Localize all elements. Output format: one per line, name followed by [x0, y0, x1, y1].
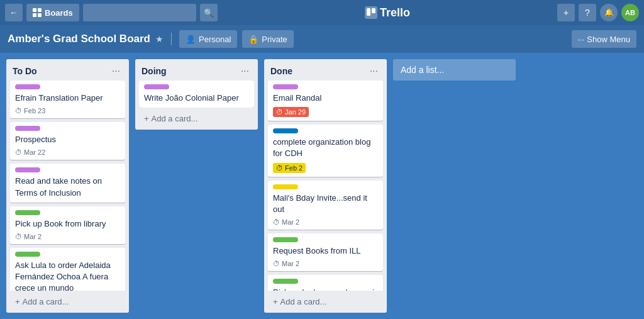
card-meta: ⏱ Jan 29	[273, 107, 378, 117]
card-title: Request Books from ILL	[273, 245, 378, 257]
card-title: Mali's Bday Invite...send it out	[273, 193, 378, 215]
card-title: Write João Colonial Paper	[144, 92, 249, 104]
card-meta: ⏱ Mar 22	[15, 148, 120, 156]
card-label	[15, 252, 40, 257]
list-menu-button-doing[interactable]: ···	[238, 64, 252, 78]
board-title: Amber's Grad School Board	[8, 33, 150, 45]
card[interactable]: Prospectus⏱ Mar 22	[10, 122, 125, 160]
card-label	[273, 279, 298, 284]
board-area: To Do···Efrain Translation Paper⏱ Feb 23…	[0, 53, 644, 319]
card-label	[15, 126, 40, 131]
header-right: + ? 🔔 AB	[557, 4, 639, 21]
add-card-button-doing[interactable]: + Add a card...	[138, 110, 255, 127]
trello-logo-text: Trello	[380, 6, 410, 20]
list-menu-button-done[interactable]: ···	[367, 64, 380, 78]
boards-button[interactable]: Boards	[26, 4, 79, 21]
card[interactable]: Mali's Bday Invite...send it out⏱ Mar 2	[268, 181, 383, 230]
sub-header: Amber's Grad School Board ★ 👤 Personal 🔒…	[0, 25, 644, 53]
svg-rect-1	[38, 8, 42, 12]
card-meta: ⏱ Feb 23	[15, 107, 120, 115]
svg-rect-2	[33, 13, 36, 17]
card-meta: ⏱ Feb 2	[273, 163, 378, 173]
list-title-doing: Doing	[142, 66, 167, 76]
svg-rect-0	[33, 8, 36, 12]
grid-icon	[33, 8, 42, 17]
add-button[interactable]: +	[557, 4, 575, 21]
info-button[interactable]: ?	[579, 4, 596, 21]
card-title: Read and take notes on Terms of Inclusio…	[15, 176, 120, 198]
card-date: ⏱ Mar 2	[273, 218, 299, 226]
add-list-button[interactable]: Add a list...	[393, 59, 516, 81]
card[interactable]: Efrain Translation Paper⏱ Feb 23	[10, 81, 125, 118]
list-menu-button-todo[interactable]: ···	[109, 64, 123, 78]
lock-icon: 🔒	[248, 35, 258, 44]
svg-rect-5	[367, 8, 370, 16]
sub-divider	[171, 33, 172, 45]
search-icon-button[interactable]: 🔍	[200, 4, 218, 21]
sub-header-right: ··· Show Menu	[572, 30, 637, 48]
header-left: ← Boards 🔍	[5, 4, 218, 21]
card-date: ⏱ Jan 29	[273, 107, 309, 117]
notification-button[interactable]: 🔔	[600, 4, 618, 21]
list-todo: To Do···Efrain Translation Paper⏱ Feb 23…	[6, 59, 129, 313]
card-meta: ⏱ Mar 2	[273, 218, 378, 226]
star-icon[interactable]: ★	[155, 34, 164, 44]
add-card-button-todo[interactable]: + Add a card...	[9, 293, 126, 310]
list-header-done: Done···	[264, 59, 387, 81]
card-date: ⏱ Mar 2	[15, 233, 42, 240]
card-label	[273, 84, 298, 89]
private-button[interactable]: 🔒 Private	[242, 30, 293, 48]
svg-rect-6	[372, 8, 375, 13]
avatar-button[interactable]: AB	[621, 4, 639, 21]
card-title: Email Randal	[273, 92, 378, 104]
svg-rect-3	[38, 13, 42, 17]
card[interactable]: Email Randal⏱ Jan 29	[268, 81, 383, 121]
card-label	[273, 128, 298, 133]
add-card-button-done[interactable]: + Add a card...	[267, 293, 384, 310]
trello-logo-icon	[365, 6, 377, 19]
list-header-todo: To Do···	[6, 59, 129, 81]
card[interactable]: Pick up La hoguera lame mi piel con cari…	[268, 275, 383, 291]
card-title: Pick up Book from library	[15, 218, 120, 230]
card[interactable]: complete organization blog for CDH⏱ Feb …	[268, 125, 383, 176]
show-menu-button[interactable]: ··· Show Menu	[572, 30, 637, 48]
add-list-label: Add a list...	[401, 65, 444, 75]
dots-label: ···	[578, 35, 585, 44]
person-icon: 👤	[186, 35, 196, 44]
card-label	[273, 184, 298, 189]
list-done: Done···Email Randal⏱ Jan 29complete orga…	[264, 59, 387, 313]
card[interactable]: Write João Colonial Paper	[139, 81, 254, 108]
personal-label: Personal	[199, 35, 231, 44]
card-label	[144, 84, 169, 89]
list-cards-todo: Efrain Translation Paper⏱ Feb 23Prospect…	[6, 81, 129, 291]
plus-icon: +	[273, 297, 278, 306]
card-date: ⏱ Feb 23	[15, 107, 45, 115]
list-title-todo: To Do	[13, 66, 37, 76]
card-title: complete organization blog for CDH	[273, 137, 378, 159]
card[interactable]: Pick up Book from library⏱ Mar 2	[10, 206, 125, 244]
card-meta: ⏱ Mar 2	[273, 260, 378, 267]
card-date: ⏱ Feb 2	[273, 163, 306, 173]
card[interactable]: Read and take notes on Terms of Inclusio…	[10, 164, 125, 202]
card-label	[15, 210, 40, 215]
back-button[interactable]: ←	[5, 4, 23, 21]
plus-icon: +	[144, 114, 149, 123]
card[interactable]: Ask Lula to order Adelaida Fernández Och…	[10, 248, 125, 291]
card-title: Ask Lula to order Adelaida Fernández Och…	[15, 260, 120, 291]
list-doing: Doing···Write João Colonial Paper+ Add a…	[135, 59, 258, 130]
card-label	[273, 237, 298, 242]
show-menu-label: Show Menu	[587, 35, 630, 44]
card[interactable]: Request Books from ILL⏱ Mar 2	[268, 233, 383, 271]
card-meta: ⏱ Mar 2	[15, 233, 120, 240]
card-date: ⏱ Mar 22	[15, 148, 45, 156]
boards-label: Boards	[45, 8, 73, 18]
search-input[interactable]	[83, 4, 196, 21]
plus-icon: +	[15, 297, 20, 306]
header: ← Boards 🔍 Trello + ? 🔔 AB	[0, 0, 644, 25]
personal-button[interactable]: 👤 Personal	[179, 30, 237, 48]
card-title: Prospectus	[15, 134, 120, 145]
card-title: Pick up La hoguera lame mi piel con cari…	[273, 287, 378, 291]
trello-logo: Trello	[365, 6, 410, 20]
list-header-doing: Doing···	[135, 59, 258, 81]
card-date: ⏱ Mar 2	[273, 260, 299, 267]
